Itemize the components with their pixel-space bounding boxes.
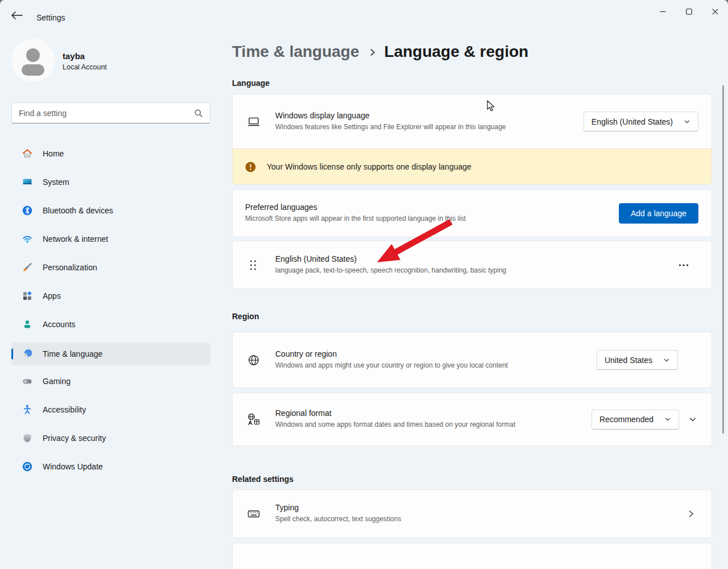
sidebar-item-bluetooth[interactable]: Bluetooth & devices [11,200,210,221]
display-icon [247,115,260,129]
system-icon [22,176,33,188]
gamepad-icon [22,376,33,387]
shield-icon [22,432,33,444]
close-button[interactable] [702,0,728,23]
expand-card-button[interactable] [688,415,697,424]
user-name: tayba [63,51,85,61]
update-icon [22,461,33,472]
vertical-scrollbar[interactable] [722,85,724,434]
sidebar-nav: Home System Bluetooth & devices Network … [0,143,222,485]
globe-icon [247,353,260,367]
language-section-header: Language [232,79,712,88]
close-icon [712,9,718,15]
chevron-down-icon [688,415,697,424]
breadcrumb: Time & language Language & region [232,43,712,61]
more-options-button[interactable] [675,260,692,270]
back-button[interactable] [10,11,24,20]
page-title: Language & region [384,43,529,61]
chevron-down-icon [684,118,690,125]
region-section-header: Region [232,312,712,321]
typing-title: Typing [275,503,686,512]
search-icon [194,109,203,118]
add-language-button[interactable]: Add a language [619,203,698,224]
wifi-icon [22,233,33,245]
user-account-type: Local Account [63,63,107,71]
apps-icon [22,290,33,302]
sidebar-item-home[interactable]: Home [11,143,210,164]
display-language-title: Windows display language [275,111,584,120]
sidebar-item-label: Apps [43,291,61,300]
maximize-icon [686,9,692,15]
sidebar-item-accessibility[interactable]: Accessibility [11,399,210,420]
accessibility-icon [22,404,33,415]
regional-format-value: Recommended [599,415,653,424]
sidebar-item-label: Privacy & security [43,434,106,443]
avatar[interactable] [11,39,55,82]
person-icon [22,319,33,330]
preferred-languages-card: Preferred languages Microsoft Store apps… [232,189,712,237]
country-region-value: United States [605,356,652,365]
preferred-languages-title: Preferred languages [245,203,619,212]
chevron-down-icon [663,357,670,364]
sidebar-item-apps[interactable]: Apps [11,286,210,306]
settings-window: Settings tayba Local Account [0,0,728,569]
display-language-dropdown[interactable]: English (United States) [584,112,698,131]
sidebar-item-privacy[interactable]: Privacy & security [11,428,210,448]
sidebar-item-time-language[interactable]: Time & language [11,343,210,365]
ellipsis-icon [679,263,689,267]
language-item-title: English (United States) [275,254,675,263]
drag-handle[interactable] [249,259,257,271]
sidebar-item-personalization[interactable]: Personalization [11,257,210,278]
license-warning-text: Your Windows license only supports one d… [267,162,471,171]
sidebar-item-gaming[interactable]: Gaming [11,371,210,391]
app-title: Settings [36,13,65,22]
related-settings-header: Related settings [232,475,712,484]
search-box [11,102,210,123]
sidebar-item-label: Network & internet [43,234,108,244]
sidebar-item-network[interactable]: Network & internet [11,229,210,249]
sidebar-item-label: Time & language [43,349,102,358]
license-warning-banner: Your Windows license only supports one d… [232,149,712,185]
selected-indicator [11,349,13,360]
regional-format-description: Windows and some apps format dates and t… [275,419,559,430]
regional-format-card: Regional format Windows and some apps fo… [232,393,712,446]
chevron-right-icon [686,509,696,518]
typing-settings-row[interactable]: Typing Spell check, autocorrect, text su… [232,489,712,538]
sidebar-item-system[interactable]: System [11,172,210,192]
sidebar-item-label: Gaming [43,377,71,386]
bluetooth-icon [22,205,33,216]
language-item-row: English (United States) language pack, t… [232,241,712,289]
regional-format-dropdown[interactable]: Recommended [592,410,679,430]
breadcrumb-separator-icon [369,46,377,59]
chevron-down-icon [664,416,671,423]
sidebar-item-label: System [43,178,69,187]
sidebar-item-label: Personalization [43,263,97,272]
sidebar: tayba Local Account Home System [0,27,222,569]
maximize-button[interactable] [676,0,702,23]
back-arrow-icon [10,11,24,20]
sidebar-item-label: Bluetooth & devices [43,206,113,215]
country-region-title: Country or region [275,349,597,358]
time-language-icon [22,348,33,360]
language-item-description: language pack, text-to-speech, speech re… [275,265,639,276]
sidebar-item-label: Home [43,149,64,158]
minimize-button[interactable] [650,0,676,23]
search-input[interactable] [12,109,194,118]
display-language-description: Windows features like Settings and File … [275,122,547,133]
preferred-languages-description: Microsoft Store apps will appear in the … [245,213,564,224]
minimize-icon [660,9,666,15]
sidebar-item-windows-update[interactable]: Windows Update [11,456,210,477]
country-region-description: Windows and apps might use your country … [275,360,547,371]
typing-description: Spell check, autocorrect, text suggestio… [275,514,639,525]
keyboard-icon [247,507,260,521]
display-language-card: Windows display language Windows feature… [232,94,712,149]
titlebar: Settings [0,0,728,27]
administrative-settings-row[interactable] [232,543,712,569]
country-region-card: Country or region Windows and apps might… [232,332,712,388]
paintbrush-icon [22,262,33,273]
breadcrumb-parent[interactable]: Time & language [232,43,359,61]
country-region-dropdown[interactable]: United States [597,350,678,370]
sidebar-item-accounts[interactable]: Accounts [11,314,210,335]
regional-format-icon [247,413,260,426]
main-content: Time & language Language & region Langua… [222,27,728,569]
